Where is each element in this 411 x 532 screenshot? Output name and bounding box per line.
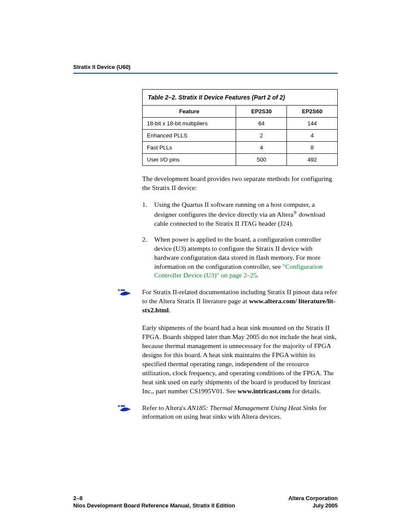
cell-value: 4 <box>236 142 287 154</box>
text-fragment: Refer to Altera's <box>142 404 187 411</box>
app-note-title: AN185: Thermal Management Using Heat Sin… <box>187 404 317 411</box>
reference-icon <box>118 405 131 415</box>
heatsink-paragraph: Early shipments of the board had a heat … <box>142 324 338 395</box>
list-number: 2. <box>142 235 154 280</box>
text-fragment: Early shipments of the board had a heat … <box>142 324 336 394</box>
col-ep2s30: EP2S30 <box>236 106 287 118</box>
table-row: Enhanced PLLS 2 4 <box>143 130 338 142</box>
list-item: 1. Using the Quartus II software running… <box>142 200 338 228</box>
cell-value: 492 <box>287 154 338 166</box>
cell-feature: 18-bit x 18-bit multipliers <box>143 118 236 130</box>
running-header: Stratix II Device (U60) <box>73 64 338 70</box>
list-number: 1. <box>142 200 154 228</box>
manual-title: Nios Development Board Reference Manual,… <box>73 502 235 510</box>
list-text: When power is applied to the board, a co… <box>154 235 338 280</box>
reference-paragraph: For Stratix II-related documentation inc… <box>142 288 338 315</box>
svg-rect-1 <box>121 289 125 291</box>
table-row: 18-bit x 18-bit multipliers 64 144 <box>143 118 338 130</box>
device-features-table: Table 2–2. Stratix II Device Features (P… <box>142 89 338 166</box>
text-fragment: . <box>169 306 171 314</box>
reference-paragraph: Refer to Altera's AN185: Thermal Managem… <box>142 404 338 422</box>
header-rule <box>73 73 338 74</box>
cell-value: 4 <box>287 130 338 142</box>
url-text: www.intricast.com <box>237 387 290 395</box>
intro-paragraph: The development board provides two separ… <box>142 174 338 193</box>
cell-feature: Fast PLLs <box>143 142 236 154</box>
cell-value: 8 <box>287 142 338 154</box>
cell-feature: Enhanced PLLS <box>143 130 236 142</box>
table-row: Fast PLLs 4 8 <box>143 142 338 154</box>
table-row: User I/O pins 500 492 <box>143 154 338 166</box>
config-methods-list: 1. Using the Quartus II software running… <box>142 200 338 280</box>
cell-value: 2 <box>236 130 287 142</box>
cell-value: 144 <box>287 118 338 130</box>
svg-rect-0 <box>118 289 120 291</box>
col-feature: Feature <box>143 106 236 118</box>
text-fragment: for details. <box>290 387 321 395</box>
cell-value: 64 <box>236 118 287 130</box>
svg-rect-3 <box>121 405 125 407</box>
list-text: Using the Quartus II software running on… <box>154 200 338 228</box>
svg-rect-2 <box>118 405 120 407</box>
corporation: Altera Corporation <box>288 495 338 502</box>
reference-icon <box>118 289 131 299</box>
text-fragment: Using the Quartus II software running on… <box>154 201 315 218</box>
cell-feature: User I/O pins <box>143 154 236 166</box>
page-number: 2–8 <box>73 495 235 502</box>
text-fragment: . <box>257 271 258 279</box>
publish-date: July 2005 <box>288 502 338 510</box>
cell-value: 500 <box>236 154 287 166</box>
page-footer: 2–8 Nios Development Board Reference Man… <box>73 495 338 510</box>
list-item: 2. When power is applied to the board, a… <box>142 235 338 280</box>
col-ep2s60: EP2S60 <box>287 106 338 118</box>
table-title: Table 2–2. Stratix II Device Features (P… <box>143 90 338 106</box>
